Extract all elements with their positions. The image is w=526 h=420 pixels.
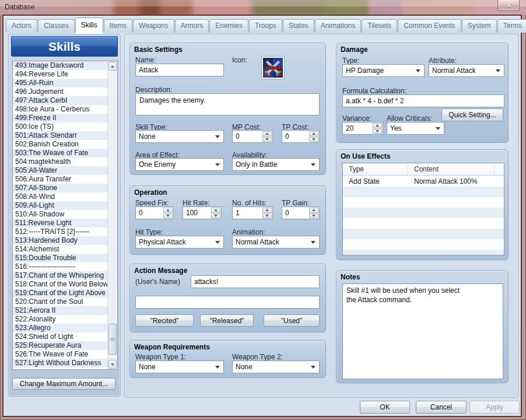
skill-list-item[interactable]: 494:Reverse Life (13, 70, 107, 79)
tab[interactable]: Troops (249, 19, 282, 33)
tab[interactable]: Items (104, 19, 132, 33)
variance-stepper[interactable]: 20 (342, 122, 383, 135)
tab[interactable]: States (283, 19, 314, 33)
skill-list-item[interactable]: 516:-------------------- (13, 262, 107, 271)
skill-list-item[interactable]: 507:All-Stone (13, 184, 107, 192)
skill-list-item[interactable]: 499:Freeze II (13, 114, 107, 123)
formula-input[interactable]: a.atk * 4 - b.def * 2 (342, 94, 504, 107)
tab[interactable]: Enemies (209, 19, 248, 33)
close-button[interactable] (497, 0, 520, 11)
skill-icon[interactable]: Attack (261, 56, 285, 79)
skill-list-item[interactable]: 524:Shield of Light (13, 332, 107, 341)
description-input[interactable]: Damages the enemy. (135, 93, 320, 116)
message-line1-input[interactable]: attacks! (191, 275, 320, 288)
skill-list-item[interactable]: 513:Hardened Body (13, 236, 107, 245)
attribute-dropdown[interactable]: Normal Attack (429, 64, 504, 77)
tab[interactable]: Weapons (133, 19, 174, 33)
scroll-thumb[interactable] (108, 324, 117, 355)
stepper-up-button[interactable] (309, 208, 318, 213)
skill-list-item[interactable]: 504:magtekhealth (13, 158, 107, 166)
skill-list-item[interactable]: 503:The Weave of Fate (13, 149, 107, 158)
animation-dropdown[interactable]: Normal Attack (232, 236, 320, 249)
stepper-up-button[interactable] (373, 123, 382, 128)
allow-criticals-dropdown[interactable]: Yes (387, 122, 444, 135)
stepper-down-button[interactable] (211, 214, 220, 219)
stepper-up-button[interactable] (163, 208, 173, 213)
table-row[interactable]: Add State Normal Attack 100% (343, 176, 504, 187)
availability-dropdown[interactable]: Only in Battle (232, 158, 320, 171)
skill-list-item[interactable]: 493:Image Darksword (13, 61, 107, 70)
skill-list-item[interactable]: 505:All-Water (13, 166, 107, 175)
tab[interactable]: Skills (75, 18, 103, 33)
stepper-down-button[interactable] (262, 137, 272, 142)
ok-button[interactable]: OK (360, 401, 410, 414)
skill-list-item[interactable]: 497:Attack CerbI (13, 96, 107, 105)
skill-list-item[interactable]: 526:The Weave of Fate (13, 350, 107, 359)
skill-list-item[interactable]: 495:All-Ruin (13, 79, 107, 88)
name-input[interactable]: Attack (135, 64, 224, 76)
tab[interactable]: Actors (6, 19, 37, 33)
skill-list-item[interactable]: 527:Light Without Darkness (13, 359, 107, 368)
scroll-up-button[interactable] (108, 62, 117, 71)
skill-list-item[interactable]: 506:Aura Transfer (13, 175, 107, 184)
stepper-up-button[interactable] (309, 131, 318, 136)
hits-stepper[interactable]: 1 (232, 206, 273, 219)
mp-cost-stepper[interactable]: 0 (232, 130, 273, 143)
released-button[interactable]: "Released" (200, 314, 254, 327)
tab[interactable]: Classes (38, 19, 75, 33)
scroll-down-button[interactable] (108, 360, 117, 369)
notes-input[interactable]: Skill #1 will be used when you select th… (342, 284, 503, 379)
weapon-type2-dropdown[interactable]: None (232, 360, 320, 373)
stepper-down-button[interactable] (309, 137, 318, 142)
scope-dropdown[interactable]: One Enemy (135, 158, 224, 171)
quick-setting-button[interactable]: Quick Setting... (441, 108, 503, 121)
speed-fix-stepper[interactable]: 0 (135, 206, 174, 219)
stepper-up-button[interactable] (262, 208, 272, 213)
tab[interactable]: Animations (315, 19, 361, 33)
skill-list-item[interactable]: 514:Alchemist (13, 245, 107, 254)
effects-table[interactable]: Type Content Add State Normal Attack 100… (342, 163, 504, 256)
stepper-down-button[interactable] (163, 214, 173, 219)
skill-list-item[interactable]: 500:Ice (TS) (13, 123, 107, 131)
stepper-up-button[interactable] (262, 131, 272, 136)
hit-type-dropdown[interactable]: Physical Attack (135, 236, 224, 249)
tab[interactable]: Armors (175, 19, 209, 33)
skill-list-item[interactable]: 518:Chant of the World Below (13, 280, 107, 289)
stepper-down-button[interactable] (373, 129, 382, 134)
skill-list-item[interactable]: 510:All-Shadow (13, 210, 107, 219)
recited-button[interactable]: "Recited" (135, 314, 194, 327)
skill-list-item[interactable]: 522:Atonality (13, 315, 107, 324)
used-button[interactable]: "Used" (264, 314, 320, 327)
tp-gain-stepper[interactable]: 0 (282, 206, 320, 219)
message-line2-input[interactable] (135, 296, 320, 309)
skill-list-item[interactable]: 509:All-Light (13, 201, 107, 210)
tab[interactable]: Common Events (398, 19, 461, 33)
skill-list-item[interactable]: 498:Ice Aura - Cerberus (13, 105, 107, 114)
tab[interactable]: Terms (497, 19, 526, 33)
skill-list-item[interactable]: 523:Allegro (13, 324, 107, 332)
skill-type-dropdown[interactable]: None (135, 130, 224, 143)
hit-rate-stepper[interactable]: 100 (183, 206, 222, 219)
skill-list[interactable]: 493:Image Darksword 494:Reverse Life 495… (12, 61, 118, 370)
skill-list-item[interactable]: 511:Reverse Light (13, 219, 107, 228)
damage-type-dropdown[interactable]: HP Damage (342, 64, 425, 77)
stepper-up-button[interactable] (211, 208, 220, 213)
skill-list-item[interactable]: 520:Chant of the Soul (13, 298, 107, 306)
skill-list-item[interactable]: 502:Banish Creation (13, 140, 107, 149)
tp-cost-stepper[interactable]: 0 (282, 130, 320, 143)
skill-list-item[interactable]: 519:Chant of the Light Above (13, 289, 107, 298)
skill-list-item[interactable]: 496:Judgement (13, 88, 107, 96)
tab[interactable]: Tilesets (362, 19, 397, 33)
skill-list-item[interactable]: 512:-----TRAITS [2]------ (13, 228, 107, 236)
skill-list-scrollbar[interactable] (107, 61, 117, 369)
skill-list-item[interactable]: 508:All-Wind (13, 192, 107, 201)
skill-list-item[interactable]: 517:Chant of the Whispering (13, 271, 107, 280)
change-maximum-button[interactable]: Change Maximum Amount... (12, 378, 115, 390)
tab[interactable]: System (462, 19, 497, 33)
cancel-button[interactable]: Cancel (416, 401, 467, 414)
skill-list-item[interactable]: 525:Recuperate Aura (13, 341, 107, 350)
skill-list-item[interactable]: 515:Double Trouble (13, 254, 107, 262)
titlebar[interactable]: Database (0, 0, 526, 15)
weapon-type1-dropdown[interactable]: None (135, 360, 224, 373)
skill-list-item[interactable]: 501:Attack Stendarr (13, 131, 107, 140)
